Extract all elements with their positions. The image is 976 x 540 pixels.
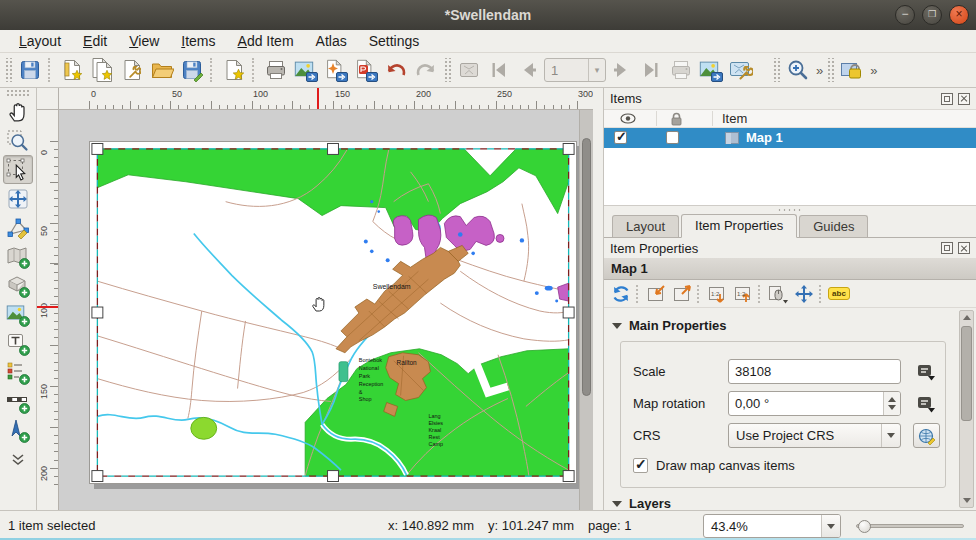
map-item[interactable]: Swellendam Railton Bontebok National Par…	[90, 142, 576, 483]
collapse-triangle-icon[interactable]	[612, 501, 622, 507]
lock-checkbox[interactable]	[666, 131, 679, 144]
draw-map-canvas-items-row[interactable]: Draw map canvas items	[633, 458, 795, 473]
add-scalebar-button[interactable]	[3, 387, 33, 416]
toolbar-grip[interactable]	[772, 58, 781, 82]
scroll-up-icon[interactable]	[960, 311, 973, 324]
chevron-down-icon[interactable]: ▾	[588, 59, 605, 81]
export-pdf-button[interactable]	[351, 55, 381, 85]
view-map-extent-button[interactable]	[669, 282, 695, 306]
toolbar-grip[interactable]	[6, 89, 30, 96]
export-atlas-button[interactable]	[696, 55, 726, 85]
select-crs-button[interactable]	[913, 423, 940, 448]
menu-edit[interactable]: Edit	[72, 31, 118, 51]
layers-section-header[interactable]: Layers	[612, 496, 671, 511]
menu-settings[interactable]: Settings	[358, 31, 431, 51]
save-project-button[interactable]	[15, 55, 45, 85]
scroll-down-icon[interactable]	[960, 494, 973, 507]
slider-groove[interactable]	[856, 524, 964, 528]
main-properties-section-header[interactable]: Main Properties	[612, 318, 727, 333]
map-rotation-spinbox[interactable]: 0,00 °	[728, 391, 901, 416]
refresh-map-preview-button[interactable]	[608, 282, 634, 306]
items-row-map1[interactable]: Map 1	[604, 128, 976, 148]
print-button[interactable]	[261, 55, 291, 85]
toolbar-grip[interactable]	[826, 58, 835, 82]
layout-viewport[interactable]: Swellendam Railton Bontebok National Par…	[59, 110, 593, 510]
layout-page[interactable]: Swellendam Railton Bontebok National Par…	[89, 141, 577, 484]
open-folder-button[interactable]	[147, 55, 177, 85]
tab-guides[interactable]: Guides	[799, 215, 868, 237]
crs-combo[interactable]: Use Project CRS	[728, 423, 901, 448]
panel-resize-handle[interactable]	[604, 206, 976, 214]
menu-view[interactable]: View	[118, 31, 170, 51]
close-panel-icon[interactable]	[958, 242, 970, 254]
set-scale-button[interactable]: 1:2	[704, 282, 730, 306]
add-map-button[interactable]	[3, 242, 33, 271]
zoom-tool-button[interactable]	[3, 126, 33, 155]
lock-items-button[interactable]	[837, 55, 867, 85]
add-3d-map-button[interactable]	[3, 271, 33, 300]
scrollbar-thumb[interactable]	[582, 138, 591, 396]
set-map-extent-button[interactable]	[643, 282, 669, 306]
slider-handle[interactable]	[858, 520, 871, 533]
collapse-triangle-icon[interactable]	[612, 323, 622, 329]
chevron-down-icon[interactable]	[881, 424, 900, 447]
maximize-button[interactable]: ❒	[922, 5, 942, 25]
menu-atlas[interactable]: Atlas	[305, 31, 358, 51]
lock-toolbar-overflow[interactable]: »	[867, 63, 878, 78]
spinner-buttons[interactable]	[883, 392, 900, 415]
export-svg-button[interactable]	[321, 55, 351, 85]
draw-map-canvas-items-checkbox[interactable]	[633, 458, 648, 473]
undo-button[interactable]	[381, 55, 411, 85]
save-layout-as-button[interactable]	[177, 55, 207, 85]
zoom-in-button[interactable]	[783, 55, 813, 85]
add-legend-button[interactable]	[3, 358, 33, 387]
menu-add-item[interactable]: Add Item	[227, 31, 305, 51]
select-move-item-tool-button[interactable]	[3, 155, 33, 184]
view-scale-button[interactable]: 1:2	[730, 282, 756, 306]
toolbar-grip[interactable]	[443, 58, 452, 82]
visibility-checkbox[interactable]	[614, 131, 627, 144]
float-panel-icon[interactable]	[941, 93, 953, 105]
add-picture-button[interactable]	[3, 300, 33, 329]
atlas-feature-combo[interactable]: 1 ▾	[544, 58, 606, 82]
chevron-down-icon[interactable]	[821, 515, 840, 537]
menu-layout[interactable]: Layout	[8, 31, 72, 51]
zoom-slider[interactable]	[856, 520, 964, 532]
move-content-tool-button[interactable]	[3, 184, 33, 213]
scale-data-defined-override-button[interactable]	[913, 360, 939, 384]
move-item-content-button[interactable]	[791, 282, 817, 306]
close-button[interactable]: ×	[949, 5, 969, 25]
tab-layout[interactable]: Layout	[612, 215, 679, 237]
canvas-vertical-scrollbar[interactable]	[579, 110, 593, 510]
new-report-button[interactable]	[219, 55, 249, 85]
edit-nodes-tool-button[interactable]	[3, 213, 33, 242]
tab-item-properties[interactable]: Item Properties	[681, 214, 797, 238]
rotation-data-defined-override-button[interactable]	[913, 392, 939, 416]
toolbar-grip[interactable]	[4, 58, 13, 82]
menu-items[interactable]: Items	[170, 31, 226, 51]
zoom-toolbar-overflow[interactable]: »	[813, 63, 824, 78]
duplicate-layout-button[interactable]	[87, 55, 117, 85]
interactively-edit-extent-button[interactable]	[765, 282, 791, 306]
layout-canvas[interactable]: 0 50 100 150 200 250 300 0 50 100 150 20…	[37, 88, 593, 510]
layout-manager-button[interactable]	[117, 55, 147, 85]
titlebar[interactable]: *Swellendam − ❒ ×	[0, 0, 976, 30]
atlas-settings-button[interactable]	[726, 55, 756, 85]
pan-tool-button[interactable]	[3, 97, 33, 126]
new-layout-button[interactable]	[57, 55, 87, 85]
scrollbar-thumb[interactable]	[961, 326, 972, 421]
scale-input[interactable]: 38108	[728, 359, 901, 384]
add-north-arrow-button[interactable]	[3, 416, 33, 445]
properties-scrollbar[interactable]	[959, 310, 974, 508]
minimize-button[interactable]: −	[895, 5, 915, 25]
redo-button[interactable]	[411, 55, 441, 85]
add-label-button[interactable]	[3, 329, 33, 358]
float-panel-icon[interactable]	[941, 242, 953, 254]
panel-splitter[interactable]	[593, 88, 604, 510]
labeling-settings-button[interactable]: abc	[826, 282, 852, 306]
close-panel-icon[interactable]	[958, 93, 970, 105]
export-image-button[interactable]	[291, 55, 321, 85]
item-properties-scroll-area[interactable]: Main Properties Scale 38108 Map rotation…	[604, 307, 976, 510]
more-tools-chevron-icon[interactable]	[3, 445, 33, 474]
zoom-level-combo[interactable]: 43.4%	[703, 514, 841, 538]
